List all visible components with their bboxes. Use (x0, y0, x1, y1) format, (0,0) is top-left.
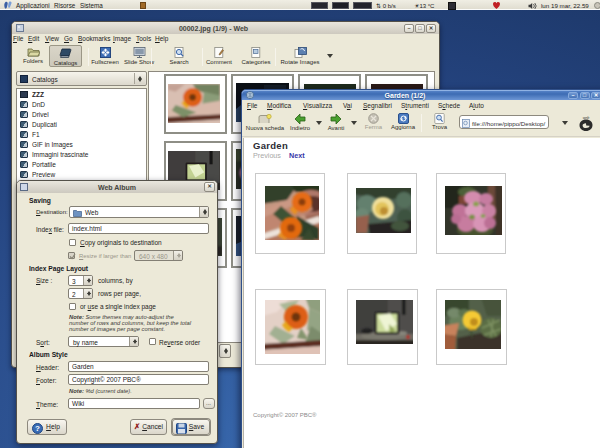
svg-text:?: ? (35, 424, 40, 433)
svg-text:web: web (583, 116, 590, 120)
